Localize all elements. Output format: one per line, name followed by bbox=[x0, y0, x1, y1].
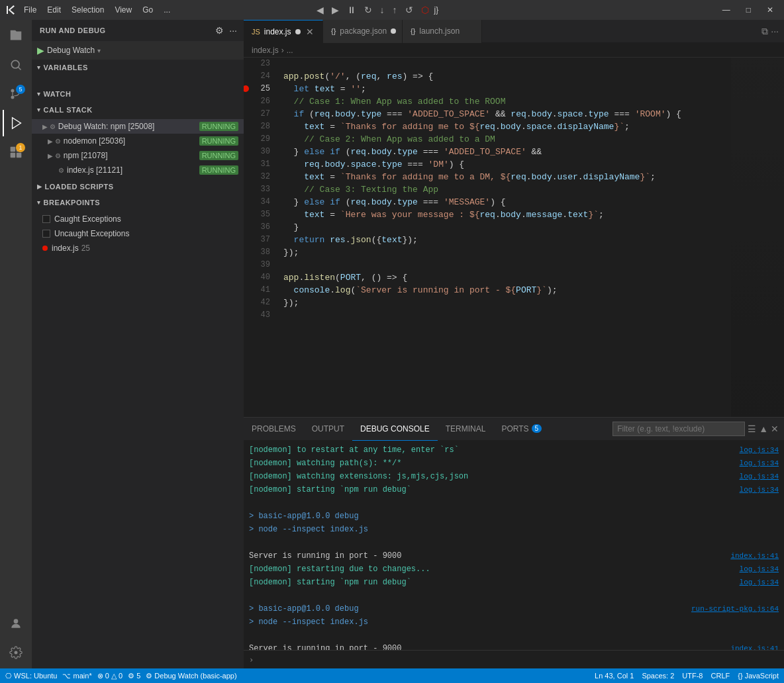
tab-index-js[interactable]: JS index.js ✕ bbox=[244, 20, 323, 43]
uncaught-exceptions-item[interactable]: Uncaught Exceptions bbox=[32, 226, 244, 241]
debug-stepout-btn[interactable]: ↺ bbox=[403, 3, 416, 17]
tab-label-launch-json: launch.json bbox=[419, 26, 460, 36]
close-btn[interactable]: ✕ bbox=[761, 4, 779, 16]
activity-explorer[interactable] bbox=[3, 23, 29, 49]
loaded-scripts-label: LOADED SCRIPTS bbox=[45, 183, 114, 191]
panel-tab-terminal[interactable]: TERMINAL bbox=[438, 418, 494, 441]
panel-filter-input[interactable] bbox=[612, 422, 745, 436]
call-stack-item-3[interactable]: ⚙ index.js [21121] RUNNING bbox=[32, 163, 244, 177]
bp-line-info: 25 bbox=[81, 244, 90, 253]
console-source-12[interactable]: run-script-pkg.js:64 bbox=[691, 603, 779, 615]
source-control-badge: 5 bbox=[16, 85, 25, 94]
tab-icon-package-json: {} bbox=[331, 27, 336, 35]
console-source-0[interactable]: log.js:34 bbox=[740, 444, 779, 456]
panel-tab-problems[interactable]: PROBLEMS bbox=[244, 418, 304, 441]
ln-35: 35 bbox=[244, 208, 270, 221]
debug-restart-btn[interactable]: ↻ bbox=[362, 3, 375, 17]
debug-back-btn[interactable]: ◀ bbox=[314, 3, 326, 17]
call-stack-item-0[interactable]: ▶ ⚙ Debug Watch: npm [25008] RUNNING bbox=[32, 119, 244, 134]
call-stack-item-1[interactable]: ▶ ⚙ nodemon [25036] RUNNING bbox=[32, 134, 244, 148]
index-js-breakpoint-item[interactable]: index.js 25 bbox=[32, 241, 244, 255]
svg-point-0 bbox=[11, 60, 19, 68]
tab-close-index-js[interactable]: ✕ bbox=[305, 26, 315, 37]
debug-stepinto-btn[interactable]: ↑ bbox=[390, 3, 400, 17]
panel-filter-up-btn[interactable]: ▲ bbox=[759, 424, 768, 434]
console-prompt: › bbox=[249, 655, 254, 664]
status-wsl[interactable]: ⎔ WSL: Ubuntu bbox=[5, 672, 57, 680]
status-cursor[interactable]: Ln 43, Col 1 bbox=[595, 672, 634, 680]
caught-exceptions-item[interactable]: Caught Exceptions bbox=[32, 212, 244, 226]
console-line-8: Server is running in port - 9000 index.j… bbox=[244, 549, 784, 563]
call-stack-item-2[interactable]: ▶ ⚙ npm [21078] RUNNING bbox=[32, 148, 244, 163]
menu-go[interactable]: Go bbox=[142, 5, 153, 15]
debug-stepover-btn[interactable]: ↓ bbox=[377, 3, 387, 17]
tab-launch-json[interactable]: {} launch.json bbox=[403, 20, 482, 43]
status-branch[interactable]: ⌥ main* bbox=[62, 672, 91, 680]
panel-tab-ports[interactable]: PORTS 5 bbox=[493, 418, 550, 441]
console-source-2[interactable]: log.js:34 bbox=[740, 471, 779, 482]
breakpoints-chevron: ▾ bbox=[37, 199, 41, 206]
tab-package-json[interactable]: {} package.json bbox=[323, 20, 403, 43]
maximize-btn[interactable]: □ bbox=[741, 4, 756, 16]
debug-more-btn[interactable]: ··· bbox=[228, 24, 238, 37]
breakpoints-header[interactable]: ▾ BREAKPOINTS bbox=[32, 195, 244, 210]
status-eol[interactable]: CRLF bbox=[711, 672, 730, 680]
menu-selection[interactable]: Selection bbox=[72, 5, 104, 15]
ln-43: 43 bbox=[244, 309, 270, 322]
uncaught-exceptions-checkbox[interactable] bbox=[42, 230, 50, 238]
activity-bottom bbox=[3, 610, 29, 666]
debug-pause-btn[interactable]: ⏸ bbox=[344, 3, 359, 17]
tab-icon-launch-json: {} bbox=[411, 27, 415, 35]
debug-forward-btn[interactable]: ▶ bbox=[329, 3, 342, 17]
status-language[interactable]: {} JavaScript bbox=[738, 672, 779, 680]
debug-play-button[interactable]: ▶ bbox=[37, 45, 44, 56]
activity-extensions[interactable]: 1 bbox=[3, 139, 29, 165]
code-content[interactable]: app.post('/', (req, res) => { let text =… bbox=[275, 58, 731, 417]
code-line-30: } else if (req.body.type === 'ADDED_TO_S… bbox=[283, 146, 731, 158]
menu-more[interactable]: ... bbox=[164, 5, 170, 15]
breadcrumb-path[interactable]: ... bbox=[287, 46, 293, 55]
console-source-8[interactable]: index.js:41 bbox=[730, 550, 779, 562]
panel-filter-list-btn[interactable]: ☰ bbox=[748, 424, 756, 434]
debug-config-label[interactable]: Debug Watch bbox=[44, 46, 97, 55]
status-debug-config[interactable]: ⚙ Debug Watch (basic-app) bbox=[146, 672, 236, 680]
debug-config-chevron: ▾ bbox=[97, 47, 101, 54]
tab-split-btn[interactable]: ⧉ bbox=[761, 26, 768, 37]
status-spaces[interactable]: Spaces: 2 bbox=[642, 672, 674, 680]
console-source-10[interactable]: log.js:34 bbox=[740, 576, 779, 588]
watch-header[interactable]: ▾ WATCH bbox=[32, 86, 244, 102]
console-source-9[interactable]: log.js:34 bbox=[740, 563, 779, 575]
breadcrumb-file[interactable]: index.js bbox=[252, 46, 279, 55]
call-stack-badge-0: RUNNING bbox=[199, 122, 238, 131]
console-text-12: > basic-app@1.0.0 debug bbox=[249, 603, 686, 615]
menu-view[interactable]: View bbox=[115, 5, 132, 15]
status-encoding[interactable]: UTF-8 bbox=[682, 672, 703, 680]
activity-debug[interactable] bbox=[3, 110, 29, 136]
status-errors[interactable]: ⊗ 0 △ 0 bbox=[97, 672, 122, 680]
menu-edit[interactable]: Edit bbox=[47, 5, 61, 15]
call-stack-icon-3: ⚙ bbox=[58, 167, 64, 174]
console-source-1[interactable]: log.js:34 bbox=[740, 457, 779, 469]
activity-source-control[interactable]: 5 bbox=[3, 81, 29, 107]
console-source-15[interactable]: index.js:41 bbox=[730, 643, 779, 650]
call-stack-header[interactable]: ▾ CALL STACK bbox=[32, 102, 244, 118]
variables-header[interactable]: ▾ VARIABLES bbox=[32, 60, 244, 75]
loaded-scripts-header[interactable]: ▶ LOADED SCRIPTS bbox=[32, 179, 244, 195]
caught-exceptions-checkbox[interactable] bbox=[42, 215, 50, 223]
activity-search[interactable] bbox=[3, 52, 29, 78]
menu-file[interactable]: File bbox=[24, 5, 36, 15]
status-debug-count[interactable]: ⚙ 5 bbox=[128, 672, 140, 680]
activity-account[interactable] bbox=[3, 610, 29, 637]
debug-stop-btn[interactable]: ⬡ bbox=[418, 3, 432, 17]
debug-settings-btn[interactable]: ⚙ bbox=[214, 24, 225, 37]
console-content[interactable]: [nodemon] to restart at any time, enter … bbox=[244, 441, 784, 650]
panel-filter-close-btn[interactable]: ✕ bbox=[771, 424, 779, 434]
console-input[interactable] bbox=[256, 655, 779, 664]
minimize-btn[interactable]: — bbox=[717, 4, 736, 16]
panel-tab-debug-console[interactable]: DEBUG CONSOLE bbox=[352, 418, 438, 441]
tab-more-btn[interactable]: ··· bbox=[771, 26, 779, 37]
console-text-5: > basic-app@1.0.0 debug bbox=[249, 510, 779, 522]
activity-settings[interactable] bbox=[3, 639, 29, 666]
panel-tab-output[interactable]: OUTPUT bbox=[304, 418, 352, 441]
console-source-3[interactable]: log.js:34 bbox=[740, 484, 779, 496]
